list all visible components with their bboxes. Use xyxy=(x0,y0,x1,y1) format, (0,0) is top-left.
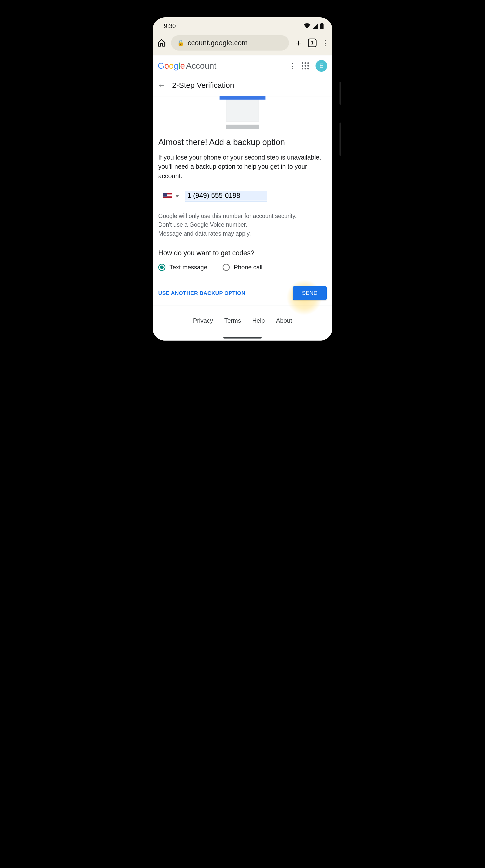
signal-icon xyxy=(313,23,318,29)
radio-phone-call[interactable]: Phone call xyxy=(223,264,262,271)
footer-about[interactable]: About xyxy=(276,317,292,324)
battery-icon xyxy=(320,23,324,29)
radio-label: Phone call xyxy=(234,264,262,271)
main: Almost there! Add a backup option If you… xyxy=(153,134,332,306)
send-button[interactable]: SEND xyxy=(293,286,327,300)
illustration xyxy=(153,96,332,134)
avatar[interactable]: E xyxy=(316,60,327,72)
codes-heading: How do you want to get codes? xyxy=(158,249,327,257)
account-label: Account xyxy=(186,61,216,70)
help-line: Don't use a Google Voice number. xyxy=(158,220,327,229)
page-title: Almost there! Add a backup option xyxy=(158,137,327,147)
wifi-icon xyxy=(304,23,311,29)
status-time: 9:30 xyxy=(164,23,176,30)
use-another-backup-link[interactable]: USE ANOTHER BACKUP OPTION xyxy=(158,290,245,296)
app-header: GoogleAccount ⋮ E xyxy=(153,55,332,76)
gesture-bar xyxy=(153,332,332,341)
browser-toolbar: 🔒 ccount.google.com + 1 ⋮ xyxy=(153,32,332,55)
radio-label: Text message xyxy=(169,264,207,271)
tab-count: 1 xyxy=(311,40,314,46)
help-line: Google will only use this number for acc… xyxy=(158,212,327,221)
help-line: Message and data rates may apply. xyxy=(158,229,327,238)
page-menu-icon[interactable]: ⋮ xyxy=(289,62,295,70)
country-selector[interactable] xyxy=(163,193,179,199)
header-actions: ⋮ E xyxy=(289,60,327,72)
flag-icon xyxy=(163,193,172,199)
chevron-down-icon xyxy=(175,195,179,197)
radio-unselected-icon xyxy=(223,264,230,271)
page-description: If you lose your phone or your second st… xyxy=(158,153,327,181)
screen: 9:30 🔒 ccount.google.com + 1 ⋮ GoogleAcc… xyxy=(153,18,332,341)
phone-input-row xyxy=(163,191,327,202)
side-button xyxy=(340,123,341,156)
nav-pill[interactable] xyxy=(223,337,262,339)
status-bar: 9:30 xyxy=(153,18,332,32)
url-bar[interactable]: 🔒 ccount.google.com xyxy=(171,35,289,51)
help-text: Google will only use this number for acc… xyxy=(158,212,327,238)
home-icon[interactable] xyxy=(157,38,166,47)
apps-icon[interactable] xyxy=(302,62,309,69)
back-arrow-icon[interactable]: ← xyxy=(158,81,165,90)
google-account-logo[interactable]: GoogleAccount xyxy=(158,61,217,71)
radio-selected-icon xyxy=(158,264,165,271)
avatar-initial: E xyxy=(319,62,323,69)
footer-help[interactable]: Help xyxy=(252,317,265,324)
svg-rect-0 xyxy=(320,24,323,29)
radio-text-message[interactable]: Text message xyxy=(158,264,207,271)
side-button xyxy=(340,82,341,105)
footer: Privacy Terms Help About xyxy=(153,306,332,332)
breadcrumb-title: 2-Step Verification xyxy=(172,81,234,90)
url-text: ccount.google.com xyxy=(188,39,248,47)
radio-group: Text message Phone call xyxy=(158,264,327,271)
breadcrumb: ← 2-Step Verification xyxy=(153,76,332,96)
page-content: GoogleAccount ⋮ E ← 2-Step Verification xyxy=(153,55,332,341)
phone-input[interactable] xyxy=(185,191,267,202)
phone-frame: 9:30 🔒 ccount.google.com + 1 ⋮ GoogleAcc… xyxy=(146,10,340,348)
footer-privacy[interactable]: Privacy xyxy=(193,317,213,324)
new-tab-icon[interactable]: + xyxy=(294,37,303,49)
browser-menu-icon[interactable]: ⋮ xyxy=(322,39,328,47)
action-row: USE ANOTHER BACKUP OPTION SEND xyxy=(158,286,327,300)
tab-switcher[interactable]: 1 xyxy=(308,38,317,47)
lock-icon: 🔒 xyxy=(177,39,184,46)
status-icons xyxy=(304,23,324,29)
footer-terms[interactable]: Terms xyxy=(224,317,241,324)
svg-rect-1 xyxy=(321,23,323,24)
